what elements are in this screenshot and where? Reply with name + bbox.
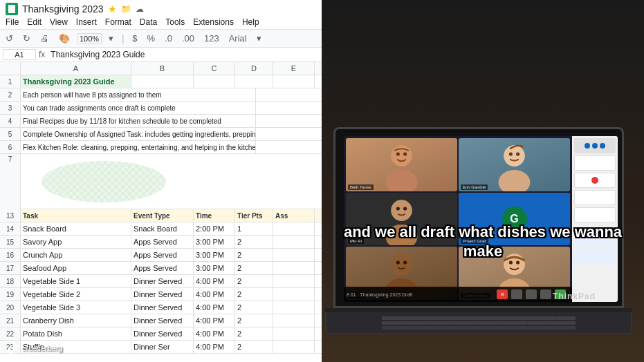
sidebar-item[interactable] — [574, 207, 616, 222]
cell-task[interactable]: Cranberry Dish — [21, 314, 131, 327]
cell-c1[interactable] — [194, 75, 235, 88]
cell-event[interactable]: Dinner Served — [131, 314, 194, 327]
col-b-header[interactable]: B — [131, 62, 194, 75]
cell-pts[interactable]: 2 — [235, 275, 273, 287]
cell-pts[interactable]: 2 — [235, 262, 273, 274]
cell-task[interactable]: Savory App — [21, 236, 131, 248]
col-e-header[interactable]: E — [273, 62, 315, 75]
cell-task[interactable]: Vegetable Side 3 — [21, 301, 131, 314]
cell-a6[interactable]: Flex Kitchen Role: cleaning, prepping, e… — [21, 141, 256, 153]
cell-task[interactable]: Snack Board — [21, 222, 131, 235]
sidebar-item[interactable] — [574, 138, 616, 153]
decimal-dec-icon[interactable]: .0 — [162, 32, 175, 45]
cell-event[interactable]: Dinner Served — [131, 301, 194, 314]
cell-a2[interactable]: Each person will have 8 pts assigned to … — [21, 88, 256, 101]
cell-c13[interactable]: Time — [194, 209, 235, 222]
cell-assign[interactable] — [273, 301, 315, 314]
redo-icon[interactable]: ↻ — [20, 32, 33, 45]
format-123[interactable]: 123 — [201, 32, 222, 45]
star-icon[interactable]: ★ — [108, 3, 117, 15]
sidebar-item[interactable] — [574, 155, 616, 171]
cell-assign[interactable] — [273, 288, 315, 301]
cell-a4[interactable]: Final Recipes due by 11/18 for kitchen s… — [21, 115, 256, 127]
menu-tools[interactable]: Tools — [165, 17, 185, 27]
participants-btn[interactable] — [540, 289, 551, 299]
cell-d1[interactable] — [235, 75, 273, 88]
zoom-select[interactable]: 100% — [77, 33, 102, 44]
mute-btn[interactable] — [511, 289, 522, 299]
cell-event[interactable]: Dinner Ser — [131, 341, 194, 353]
cell-time[interactable]: 3:00 PM — [194, 236, 235, 248]
cell-d13[interactable]: Tier Pts — [235, 209, 273, 222]
col-c-header[interactable]: C — [194, 62, 235, 75]
cell-pts[interactable]: 2 — [235, 314, 273, 327]
cell-task[interactable]: Potato Dish — [21, 327, 131, 340]
cell-assign[interactable] — [273, 249, 315, 261]
cell-pts[interactable]: 2 — [235, 301, 273, 314]
paint-icon[interactable]: 🎨 — [56, 32, 73, 45]
cell-event[interactable]: Apps Served — [131, 249, 194, 261]
menu-extensions[interactable]: Extensions — [193, 17, 234, 27]
decimal-inc-icon[interactable]: .00 — [179, 32, 197, 45]
cell-time[interactable]: 4:00 PM — [194, 327, 235, 340]
cell-reference[interactable]: A1 — [3, 49, 36, 60]
menu-file[interactable]: File — [6, 17, 19, 27]
cell-event[interactable]: Dinner Served — [131, 275, 194, 287]
cell-assign[interactable] — [273, 341, 315, 353]
cell-b13[interactable]: Event Type — [131, 209, 194, 222]
cell-time[interactable]: 3:00 PM — [194, 249, 235, 261]
menu-format[interactable]: Format — [105, 17, 131, 27]
dollar-icon[interactable]: $ — [129, 32, 140, 45]
sidebar-item[interactable] — [574, 190, 616, 205]
cell-pts[interactable]: 2 — [235, 249, 273, 261]
cell-assign[interactable] — [273, 275, 315, 287]
cell-event[interactable]: Apps Served — [131, 236, 194, 248]
font-select[interactable]: Arial — [226, 32, 250, 45]
cell-a1[interactable]: Thanksgiving 2023 Guide — [21, 75, 131, 88]
folder-icon[interactable]: 📁 — [121, 4, 131, 14]
cell-time[interactable]: 4:00 PM — [194, 314, 235, 327]
cell-time[interactable]: 4:00 PM — [194, 288, 235, 301]
cell-task[interactable]: Vegetable Side 2 — [21, 288, 131, 301]
cell-event[interactable]: Dinner Served — [131, 288, 194, 301]
cell-a13[interactable]: Task — [21, 209, 131, 222]
cell-assign[interactable] — [273, 327, 315, 340]
percent-icon[interactable]: % — [145, 32, 158, 45]
end-call-btn[interactable]: ✕ — [497, 289, 508, 299]
cell-task[interactable]: Vegetable Side 1 — [21, 275, 131, 287]
cell-time[interactable]: 4:00 PM — [194, 301, 235, 314]
menu-insert[interactable]: Insert — [76, 17, 97, 27]
cell-e13[interactable]: Ass — [273, 209, 315, 222]
cell-event[interactable]: Snack Board — [131, 222, 194, 235]
col-d-header[interactable]: D — [235, 62, 273, 75]
undo-icon[interactable]: ↺ — [3, 32, 16, 45]
menu-view[interactable]: View — [50, 17, 68, 27]
cell-e1[interactable] — [273, 75, 315, 88]
menu-help[interactable]: Help — [242, 17, 259, 27]
cell-event[interactable]: Dinner Served — [131, 327, 194, 340]
cell-assign[interactable] — [273, 262, 315, 274]
cell-task[interactable]: Seafood App — [21, 262, 131, 274]
cell-task[interactable]: Crunch App — [21, 249, 131, 261]
cell-time[interactable]: 3:00 PM — [194, 262, 235, 274]
cell-pts[interactable]: 2 — [235, 288, 273, 301]
cell-assign[interactable] — [273, 222, 315, 235]
cell-pts[interactable]: 2 — [235, 341, 273, 353]
cell-b1[interactable] — [131, 75, 194, 88]
cell-pts[interactable]: 1 — [235, 222, 273, 235]
menu-edit[interactable]: Edit — [27, 17, 42, 27]
cell-pts[interactable]: 2 — [235, 236, 273, 248]
video-btn[interactable] — [526, 289, 537, 299]
cell-time[interactable]: 2:00 PM — [194, 222, 235, 235]
font-chevron[interactable]: ▾ — [254, 32, 264, 45]
cell-event[interactable]: Apps Served — [131, 262, 194, 274]
cell-pts[interactable]: 2 — [235, 327, 273, 340]
cell-time[interactable]: 4:00 PM — [194, 341, 235, 353]
col-a-header[interactable]: A — [21, 62, 131, 75]
cell-a5[interactable]: Complete Ownership of Assigned Task: inc… — [21, 128, 256, 140]
cell-a3[interactable]: You can trade assignments once draft is … — [21, 102, 256, 114]
cell-assign[interactable] — [273, 314, 315, 327]
sidebar-item[interactable] — [574, 173, 616, 188]
cell-time[interactable]: 4:00 PM — [194, 275, 235, 287]
cell-assign[interactable] — [273, 236, 315, 248]
